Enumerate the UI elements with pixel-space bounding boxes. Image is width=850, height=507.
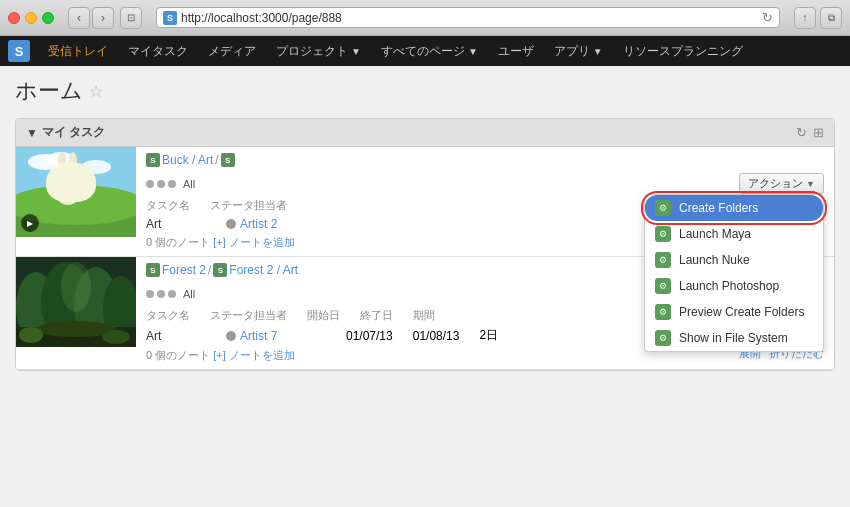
svg-point-8 — [58, 152, 66, 170]
col-task-label-1: タスク名 — [146, 198, 190, 213]
create-folders-label: Create Folders — [679, 201, 758, 215]
project-icon-1: S — [146, 153, 160, 167]
dot-2-1 — [146, 290, 154, 298]
my-tasks-header: ▼ マイ タスク ↻ ⊞ — [16, 119, 834, 147]
section-actions: ↻ ⊞ — [796, 125, 824, 140]
dropdown-item-show-in-filesystem[interactable]: Show in File System — [645, 325, 823, 351]
dropdown-item-launch-photoshop[interactable]: Launch Photoshop — [645, 273, 823, 299]
forward-button[interactable]: › — [92, 7, 114, 29]
action-arrow-1: ▼ — [806, 179, 815, 189]
show-in-filesystem-label: Show in File System — [679, 331, 788, 345]
dropdown-item-launch-maya[interactable]: Launch Maya — [645, 221, 823, 247]
launch-maya-label: Launch Maya — [679, 227, 751, 241]
duration-2: 2日 — [479, 327, 498, 344]
task-link-2[interactable]: Forest 2 / Art — [229, 263, 298, 277]
traffic-lights — [8, 12, 54, 24]
status-dots-1: All — [146, 178, 195, 190]
col-assignee-label-2: ステータ担当者 — [210, 308, 287, 323]
preview-create-folders-icon — [655, 304, 671, 320]
refresh-icon[interactable]: ↻ — [796, 125, 807, 140]
task-icon-2: S — [213, 263, 227, 277]
preview-create-folders-label: Preview Create Folders — [679, 305, 804, 319]
action-dropdown-1: Create Folders Launch Maya Launch Nuke — [644, 194, 824, 352]
new-tab-button[interactable]: ⧉ — [820, 7, 842, 29]
col-duration-label-2: 期間 — [413, 308, 435, 323]
task-breadcrumb-1: S Buck / Art / S — [146, 153, 824, 167]
status-label-1: All — [183, 178, 195, 190]
appnav: S 受信トレイ マイタスク メディア プロジェクト▼ すべてのページ▼ ユーザ … — [0, 36, 850, 66]
minimize-button[interactable] — [25, 12, 37, 24]
page-title-text: ホーム — [15, 76, 83, 106]
page-content: ホーム ☆ ▼ マイ タスク ↻ ⊞ — [0, 66, 850, 507]
dropdown-item-preview-create-folders[interactable]: Preview Create Folders — [645, 299, 823, 325]
task-notes-2: 0 個のノート [+] ノートを追加 — [146, 348, 295, 363]
collapse-triangle[interactable]: ▼ — [26, 126, 38, 140]
dot-1-1 — [146, 180, 154, 188]
action-label-1: アクション — [748, 176, 803, 191]
play-button[interactable]: ▶ — [21, 214, 39, 232]
close-button[interactable] — [8, 12, 20, 24]
notes-count-2: 0 個のノート — [146, 349, 210, 361]
dropdown-item-launch-nuke[interactable]: Launch Nuke — [645, 247, 823, 273]
project-link-2[interactable]: Forest 2 — [162, 263, 206, 277]
action-button-1[interactable]: アクション ▼ — [739, 173, 824, 194]
nav-item-inbox[interactable]: 受信トレイ — [38, 36, 118, 66]
nav-item-resource[interactable]: リソースプランニング — [613, 36, 753, 66]
assignee-cell-1: Artist 2 — [226, 217, 326, 231]
launch-photoshop-icon — [655, 278, 671, 294]
notes-count-1: 0 個のノート — [146, 236, 210, 248]
my-tasks-label: マイ タスク — [42, 124, 105, 141]
nav-item-media[interactable]: メディア — [198, 36, 266, 66]
project-link-1[interactable]: Buck / Art — [162, 153, 213, 167]
nav-item-apps[interactable]: アプリ▼ — [544, 36, 613, 66]
nav-item-users[interactable]: ユーザ — [488, 36, 544, 66]
share-button[interactable]: ↑ — [794, 7, 816, 29]
launch-photoshop-label: Launch Photoshop — [679, 279, 779, 293]
svg-point-7 — [57, 163, 79, 183]
add-note-link-2[interactable]: [+] ノートを追加 — [213, 349, 295, 361]
svg-point-16 — [61, 262, 91, 312]
url-bar[interactable]: S http://localhost:3000/page/888 ↻ — [156, 7, 780, 28]
nav-item-projects[interactable]: プロジェクト▼ — [266, 36, 371, 66]
nav-item-mytasks[interactable]: マイタスク — [118, 36, 198, 66]
col-start-label-2: 開始日 — [307, 308, 340, 323]
dot-2-2 — [157, 290, 165, 298]
grid-icon[interactable]: ⊞ — [813, 125, 824, 140]
add-note-link-1[interactable]: [+] ノートを追加 — [213, 236, 295, 248]
launch-maya-icon — [655, 226, 671, 242]
favorite-star[interactable]: ☆ — [89, 82, 103, 101]
dot-1-3 — [168, 180, 176, 188]
nav-arrows: ‹ › — [68, 7, 114, 29]
maximize-button[interactable] — [42, 12, 54, 24]
task-card-1-info: S Buck / Art / S All アクション — [136, 147, 834, 256]
task-toolbar-1: All アクション ▼ Create Folders — [146, 173, 824, 194]
my-tasks-title: ▼ マイ タスク — [26, 124, 105, 141]
svg-point-6 — [54, 173, 82, 205]
separator-2: / — [208, 263, 211, 277]
create-folders-icon — [655, 200, 671, 216]
reload-button[interactable]: ↻ — [762, 10, 773, 25]
url-favicon: S — [163, 11, 177, 25]
col-task-label-2: タスク名 — [146, 308, 190, 323]
assignee-link-1[interactable]: Artist 2 — [240, 217, 277, 231]
window-button[interactable]: ⊡ — [120, 7, 142, 29]
task-icon-1: S — [221, 153, 235, 167]
end-date-2: 01/08/13 — [413, 329, 460, 343]
svg-point-9 — [69, 152, 77, 170]
assignee-link-2[interactable]: Artist 7 — [240, 329, 277, 343]
dot-2-3 — [168, 290, 176, 298]
col-end-label-2: 終了日 — [360, 308, 393, 323]
task-thumbnail-buck: ▶ — [16, 147, 136, 237]
page-title: ホーム ☆ — [15, 76, 835, 106]
assignee-status-dot-1 — [226, 219, 236, 229]
task-card-1: ▶ S Buck / Art / S All — [16, 147, 834, 257]
dropdown-item-create-folders[interactable]: Create Folders — [645, 195, 823, 221]
nav-item-allpages[interactable]: すべてのページ▼ — [371, 36, 488, 66]
titlebar-actions: ↑ ⧉ — [794, 7, 842, 29]
project-icon-2: S — [146, 263, 160, 277]
show-in-filesystem-icon — [655, 330, 671, 346]
back-button[interactable]: ‹ — [68, 7, 90, 29]
separator-1: / — [215, 153, 218, 167]
start-date-2: 01/07/13 — [346, 329, 393, 343]
launch-nuke-icon — [655, 252, 671, 268]
